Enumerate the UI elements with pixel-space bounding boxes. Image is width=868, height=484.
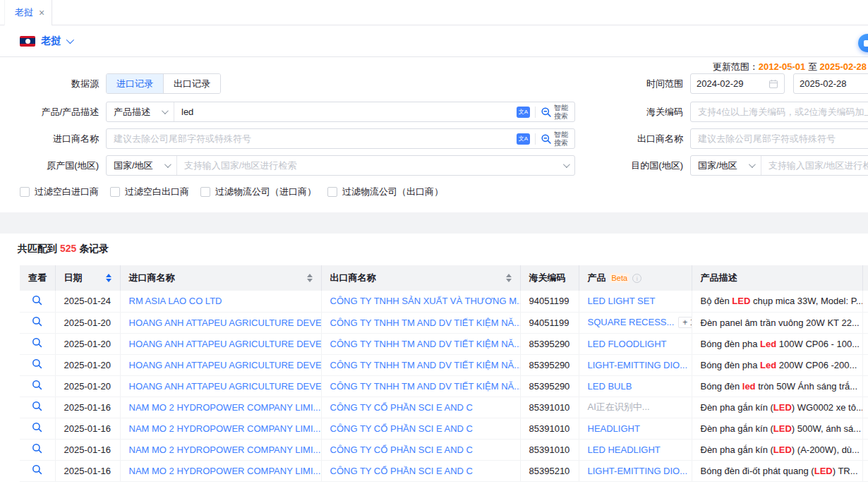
importer-name-input[interactable] (107, 129, 517, 148)
col-product: 产品Betai (579, 265, 692, 291)
cell-date: 2025-01-20 (55, 312, 120, 333)
tab-laos[interactable]: 老挝 × (4, 0, 52, 25)
cell-product-description: Đèn pha gắn kín (LED) (A-200W), dù... (692, 439, 862, 460)
checkbox-icon[interactable] (200, 187, 210, 197)
sort-exporter[interactable] (506, 274, 512, 282)
data-source-label: 数据源 (0, 73, 99, 94)
results-summary: 共匹配到525条记录 (0, 234, 868, 255)
checkbox-filter-blank-exporter[interactable]: 过滤空白出口商 (110, 186, 189, 198)
importer-link[interactable]: HOANG ANH ATTAPEU AGRICULTURE DEVE... (129, 360, 322, 370)
product-tag-link[interactable]: LED FLOODLIGHT (588, 339, 667, 349)
product-tag-link[interactable]: HEADLIGHT (588, 423, 640, 434)
importer-link[interactable]: NAM MO 2 HYDROPOWER COMPANY LIMI... (129, 423, 321, 434)
exporter-link[interactable]: CÔNG TY CỔ PHẦN SCI E AND C (330, 402, 474, 413)
checkbox-filter-logistics-exporter[interactable]: 过滤物流公司（出口商） (327, 186, 443, 198)
importer-link[interactable]: NAM MO 2 HYDROPOWER COMPANY LIMI... (129, 444, 321, 455)
info-icon[interactable]: i (632, 274, 641, 283)
chevron-down-icon (162, 107, 169, 114)
view-record-button[interactable] (32, 422, 42, 432)
cell-date: 2025-01-20 (55, 333, 120, 354)
checkbox-filter-logistics-importer[interactable]: 过滤物流公司（进口商） (200, 186, 316, 198)
cell-product-description: Đèn panel âm trần vuông 20W KT 22... (692, 312, 862, 333)
checkbox-icon[interactable] (20, 187, 30, 197)
importer-link[interactable]: HOANG ANH ATTAPEU AGRICULTURE DEVE... (129, 317, 322, 328)
view-record-button[interactable] (32, 358, 42, 369)
importer-link[interactable]: NAM MO 2 HYDROPOWER COMPANY LIMI... (129, 402, 321, 413)
view-record-button[interactable] (32, 380, 42, 390)
cell-hs-code: 85395290 (520, 333, 579, 354)
importer-link[interactable]: HOANG ANH ATTAPEU AGRICULTURE DEVE... (129, 381, 322, 392)
filter-panel: 更新范围：2012-05-01 至 2025-02-28 数据源 进口记录 出口… (0, 58, 868, 212)
table-row: 2025-01-24 RM ASIA LAO CO LTD CÔNG TY TN… (20, 291, 868, 312)
chevron-down-icon (164, 161, 171, 168)
start-date-input[interactable]: 2024-02-29 (690, 73, 785, 94)
cell-hs-code: 94051199 (520, 291, 579, 312)
time-range-label: 时间范围 (586, 73, 683, 94)
col-exporter: 出口商名称 (321, 265, 520, 291)
checkbox-icon[interactable] (110, 187, 120, 197)
destination-country-select[interactable]: 国家/地区 (691, 156, 761, 175)
checkbox-filter-blank-importer[interactable]: 过滤空白进口商 (20, 186, 99, 198)
start-date-value: 2024-02-29 (697, 78, 764, 89)
exporter-link[interactable]: CÔNG TY CỔ PHẦN SCI E AND C (330, 444, 474, 455)
checkbox-icon[interactable] (327, 187, 337, 197)
exporter-link[interactable]: CÔNG TY TNHH TM AND DV TIẾT KIỆM NĂ... (330, 360, 521, 370)
view-record-button[interactable] (32, 401, 42, 411)
translate-icon[interactable]: 文A (517, 107, 530, 118)
hs-code-input[interactable] (691, 102, 868, 121)
importer-link[interactable]: RM ASIA LAO CO LTD (129, 296, 222, 306)
hs-code-label: 海关编码 (586, 102, 683, 122)
importer-link[interactable]: HOANG ANH ATTAPEU AGRICULTURE DEVE... (129, 339, 322, 349)
product-tag-link[interactable]: LED BULB (588, 381, 632, 392)
search-icon (541, 133, 552, 145)
calendar-icon (768, 79, 778, 89)
exporter-link[interactable]: CÔNG TY TNHH TM AND DV TIẾT KIỆM NĂ... (330, 339, 521, 349)
cell-date: 2025-01-20 (55, 375, 120, 397)
exporter-link[interactable]: CÔNG TY CỔ PHẦN SCI E AND C (330, 423, 474, 434)
view-record-button[interactable] (32, 337, 42, 348)
product-search-input[interactable] (174, 102, 517, 121)
product-tag-link[interactable]: LED HEADLIGHT (588, 444, 661, 455)
exporter-link[interactable]: CÔNG TY TNHH TM AND DV TIẾT KIỆM NĂ... (330, 317, 521, 328)
cell-hs-code: 85395290 (520, 354, 579, 375)
magnifier-icon (32, 358, 42, 369)
destination-country-input[interactable] (761, 156, 868, 175)
smart-search-button[interactable]: 智能 搜索 (541, 104, 568, 120)
chevron-down-icon[interactable] (66, 36, 74, 44)
cell-hs-code: 85391010 (520, 418, 579, 439)
product-type-select[interactable]: 产品描述 (107, 102, 174, 121)
col-importer: 进口商名称 (120, 265, 321, 291)
sort-date[interactable] (106, 274, 111, 282)
origin-country-input[interactable] (177, 156, 557, 175)
product-tag-link[interactable]: AI正在识别中... (588, 401, 650, 412)
sort-importer[interactable] (307, 274, 313, 282)
product-tag-link[interactable]: LED LIGHT SET (588, 296, 656, 306)
smart-search-button[interactable]: 智能 搜索 (541, 131, 568, 147)
view-record-button[interactable] (32, 316, 42, 327)
product-tag-link[interactable]: SQUARE RECESS... (588, 317, 675, 327)
tab-export-records[interactable]: 出口记录 (163, 74, 220, 93)
translate-icon[interactable]: 文A (517, 133, 530, 145)
product-tag-link[interactable]: LIGHT-EMITTING DIO... (588, 360, 688, 370)
data-source-segment: 进口记录 出口记录 (106, 73, 221, 94)
country-name[interactable]: 老挝 (41, 35, 61, 47)
close-icon[interactable]: × (39, 8, 44, 18)
magnifier-icon (32, 337, 42, 348)
cell-product-description: Bóng đèn pha Led 100W CP06 - 100... (692, 333, 862, 354)
view-record-button[interactable] (32, 295, 42, 305)
tab-import-records[interactable]: 进口记录 (107, 74, 163, 93)
end-date-input[interactable]: 2025-02-28 (793, 73, 868, 94)
exporter-name-input[interactable] (691, 129, 868, 148)
exporter-link[interactable]: CÔNG TY TNHH TM AND DV TIẾT KIỆM NĂ... (330, 381, 521, 392)
exporter-link[interactable]: CÔNG TY CỔ PHẦN SCI E AND C (330, 466, 474, 476)
view-record-button[interactable] (32, 443, 42, 454)
product-tag-link[interactable]: LIGHT-EMITTING DIO... (588, 466, 688, 476)
importer-link[interactable]: NAM MO 2 HYDROPOWER COMPANY LIMI... (129, 466, 321, 476)
cell-product-description: Bộ đèn LED chụp mica 33W, Model: P... (692, 291, 862, 312)
origin-country-select[interactable]: 国家/地区 (107, 156, 177, 175)
product-more-badge[interactable]: + 1 (678, 317, 692, 328)
view-record-button[interactable] (32, 464, 42, 475)
results-table: 查看 日期 进口商名称 出口商名称 海关编码 (20, 265, 868, 482)
col-description: 产品描述 (692, 265, 862, 291)
exporter-link[interactable]: CÔNG TY TNHH SẢN XUẤT VÀ THƯƠNG M... (330, 296, 521, 306)
